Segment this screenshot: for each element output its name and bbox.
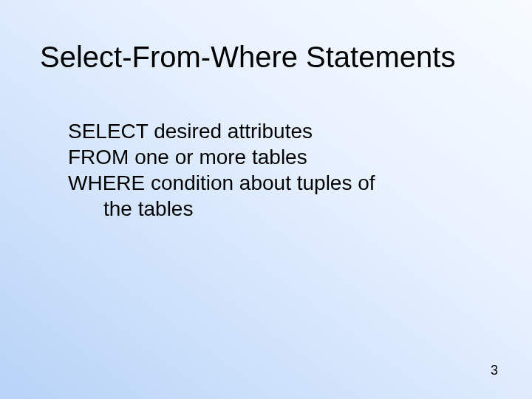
slide-title: Select-From-Where Statements: [40, 41, 502, 74]
body-line-3: WHERE condition about tuples of: [68, 170, 488, 196]
text-select-args: desired attributes: [154, 120, 313, 143]
body-line-2: FROM one or more tables: [68, 144, 488, 170]
page-number: 3: [491, 363, 498, 378]
keyword-where: WHERE: [68, 171, 151, 194]
text-from-args: one or more tables: [134, 146, 307, 168]
body-line-4: the tables: [103, 196, 488, 222]
text-where-args: condition about tuples of: [151, 171, 375, 194]
keyword-from: FROM: [68, 146, 134, 168]
slide-body: SELECT desired attributes FROM one or mo…: [68, 118, 488, 222]
body-line-1: SELECT desired attributes: [68, 118, 488, 144]
keyword-select: SELECT: [68, 120, 154, 143]
slide: Select-From-Where Statements SELECT desi…: [0, 0, 532, 399]
